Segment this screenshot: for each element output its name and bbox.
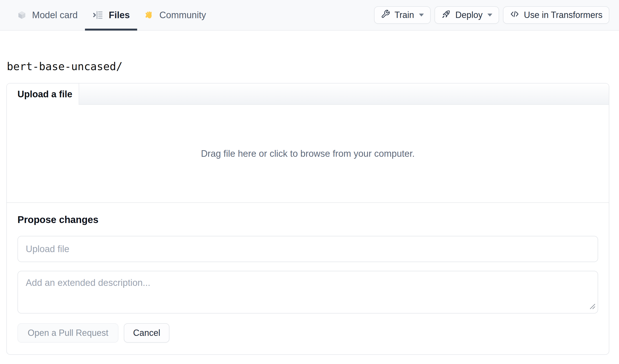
wrench-icon bbox=[381, 10, 390, 21]
resize-handle-icon[interactable] bbox=[589, 303, 596, 311]
tab-upload-a-file[interactable]: Upload a file bbox=[7, 84, 79, 105]
caret-down-icon bbox=[419, 14, 424, 16]
upload-card-header: Upload a file bbox=[7, 84, 609, 105]
use-in-transformers-button[interactable]: Use in Transformers bbox=[503, 6, 609, 24]
repo-path[interactable]: bert-base-uncased/ bbox=[7, 60, 123, 72]
caret-down-icon bbox=[487, 14, 492, 16]
tab-label: Files bbox=[109, 10, 130, 20]
tab-label: Community bbox=[159, 10, 206, 20]
upload-card: Upload a file Drag file here or click to… bbox=[6, 83, 609, 355]
train-button[interactable]: Train bbox=[374, 6, 431, 24]
commit-title-input[interactable] bbox=[17, 236, 598, 262]
propose-actions-row: Open a Pull Request Cancel bbox=[17, 323, 598, 343]
file-dropzone[interactable]: Drag file here or click to browse from y… bbox=[7, 105, 609, 203]
deploy-button[interactable]: Deploy bbox=[435, 6, 499, 24]
tab-files[interactable]: Files bbox=[85, 0, 137, 30]
cancel-button[interactable]: Cancel bbox=[124, 323, 169, 343]
tab-community[interactable]: Community bbox=[137, 0, 213, 30]
train-label: Train bbox=[394, 10, 414, 20]
top-navigation: Model card Files bbox=[0, 0, 619, 30]
repo-tabs: Model card Files bbox=[10, 0, 213, 30]
tab-label: Model card bbox=[32, 10, 78, 20]
files-list-icon bbox=[92, 10, 103, 21]
commit-description-wrapper bbox=[17, 271, 598, 313]
deploy-label: Deploy bbox=[455, 10, 483, 20]
code-icon bbox=[510, 9, 520, 21]
propose-changes-section: Propose changes Open a Pull Request Canc… bbox=[7, 203, 609, 353]
cube-icon bbox=[17, 10, 27, 20]
use-in-transformers-label: Use in Transformers bbox=[524, 10, 603, 20]
propose-changes-heading: Propose changes bbox=[17, 214, 598, 225]
breadcrumb: bert-base-uncased/ bbox=[7, 59, 123, 74]
open-pull-request-button[interactable]: Open a Pull Request bbox=[17, 323, 118, 343]
repo-action-buttons: Train Deploy bbox=[374, 0, 609, 30]
dropzone-text: Drag file here or click to browse from y… bbox=[201, 149, 415, 159]
commit-description-textarea[interactable] bbox=[17, 271, 598, 313]
tab-model-card[interactable]: Model card bbox=[10, 0, 85, 30]
wave-emoji-icon bbox=[144, 10, 154, 20]
rocket-icon bbox=[441, 9, 451, 21]
